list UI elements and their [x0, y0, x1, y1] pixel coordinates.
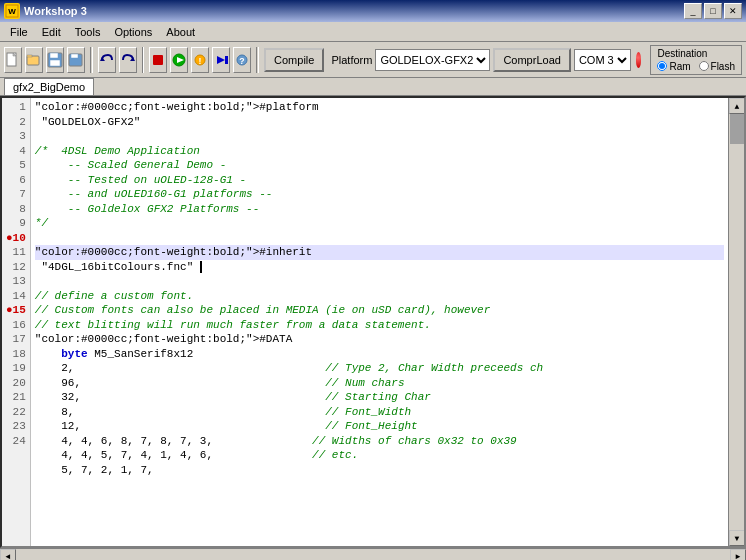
toolbar-sep-1 — [90, 47, 93, 73]
window-controls: _ □ ✕ — [684, 3, 742, 19]
more-button[interactable]: ? — [233, 47, 251, 73]
debug-button[interactable]: ! — [191, 47, 209, 73]
svg-rect-13 — [153, 55, 163, 65]
menu-tools[interactable]: Tools — [69, 24, 107, 40]
platform-select[interactable]: GOLDELOX-GFX2 — [375, 49, 490, 71]
run-button[interactable] — [170, 47, 188, 73]
scroll-right-button[interactable]: ► — [730, 549, 746, 561]
menu-file[interactable]: File — [4, 24, 34, 40]
svg-marker-18 — [217, 56, 225, 64]
toolbar-sep-2 — [142, 47, 145, 73]
tab-gfx2bigdemo[interactable]: gfx2_BigDemo — [4, 78, 94, 95]
scroll-thumb[interactable] — [730, 114, 744, 144]
svg-rect-4 — [27, 56, 39, 65]
svg-text:?: ? — [240, 57, 245, 67]
title-bar: W Workshop 3 _ □ ✕ — [0, 0, 746, 22]
destination-label: Destination — [657, 48, 707, 59]
horizontal-scrollbar[interactable]: ◄ ► — [0, 548, 746, 560]
app-icon: W — [4, 3, 20, 19]
open-file-button[interactable] — [25, 47, 43, 73]
maximize-button[interactable]: □ — [704, 3, 722, 19]
new-file-button[interactable] — [4, 47, 22, 73]
save-button[interactable] — [46, 47, 64, 73]
scroll-track[interactable] — [729, 114, 744, 530]
svg-text:!: ! — [198, 57, 203, 67]
compile-button[interactable]: Compile — [264, 48, 324, 72]
toolbar: ! ? Compile Platform GOLDELOX-GFX2 Compr… — [0, 42, 746, 78]
comprload-button[interactable]: ComprLoad — [493, 48, 570, 72]
destination-ram[interactable]: Ram — [657, 61, 690, 72]
line-numbers: 123456789●1011121314●1516171819202122232… — [2, 98, 31, 546]
menu-options[interactable]: Options — [108, 24, 158, 40]
destination-box: Destination Ram Flash — [650, 45, 742, 75]
svg-rect-19 — [225, 56, 228, 64]
close-button[interactable]: ✕ — [724, 3, 742, 19]
menu-edit[interactable]: Edit — [36, 24, 67, 40]
step-button[interactable] — [212, 47, 230, 73]
code-area[interactable]: "color:#0000cc;font-weight:bold;">#platf… — [31, 98, 728, 546]
minimize-button[interactable]: _ — [684, 3, 702, 19]
vertical-scrollbar[interactable]: ▲ ▼ — [728, 98, 744, 546]
stop-button[interactable] — [149, 47, 167, 73]
connection-indicator — [636, 52, 642, 68]
redo-button[interactable] — [119, 47, 137, 73]
platform-label: Platform — [331, 54, 372, 66]
menu-bar: File Edit Tools Options About — [0, 22, 746, 42]
window-title: Workshop 3 — [24, 5, 87, 17]
menu-about[interactable]: About — [160, 24, 201, 40]
undo-button[interactable] — [98, 47, 116, 73]
tab-bar: gfx2_BigDemo — [0, 78, 746, 96]
hscroll-track[interactable] — [16, 549, 730, 561]
scroll-up-button[interactable]: ▲ — [729, 98, 745, 114]
svg-rect-5 — [27, 55, 32, 57]
com-port-select[interactable]: COM 3 — [574, 49, 631, 71]
svg-rect-10 — [71, 54, 78, 58]
save-all-button[interactable] — [67, 47, 85, 73]
destination-flash[interactable]: Flash — [699, 61, 735, 72]
toolbar-sep-3 — [256, 47, 259, 73]
scroll-down-button[interactable]: ▼ — [729, 530, 745, 546]
svg-text:W: W — [8, 7, 16, 16]
svg-rect-8 — [50, 60, 60, 66]
editor-container: 123456789●1011121314●1516171819202122232… — [0, 96, 746, 548]
svg-rect-7 — [50, 53, 58, 58]
scroll-left-button[interactable]: ◄ — [0, 549, 16, 561]
